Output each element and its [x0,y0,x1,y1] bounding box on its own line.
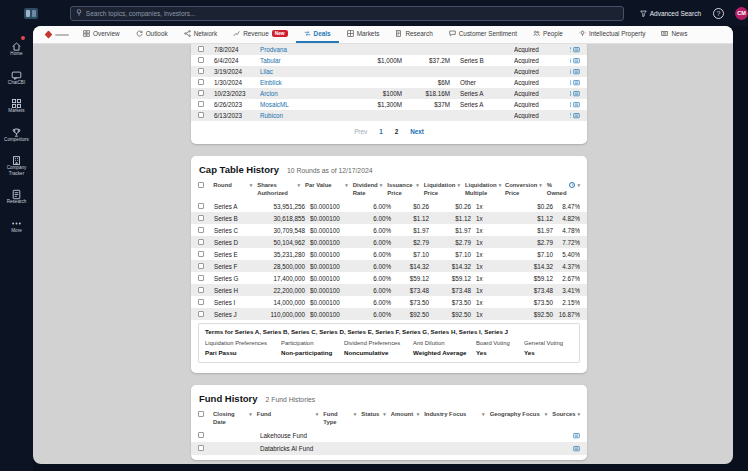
row-checkbox[interactable] [198,239,204,245]
tab-news[interactable]: News [653,26,695,43]
deal-sources-link[interactable]: 5 [570,57,580,64]
tab-revenue[interactable]: Revenue New [225,26,295,43]
deal-sources-link[interactable]: 6 [570,68,580,75]
deal-company-link[interactable]: Tabular [260,57,354,64]
avatar[interactable]: CM [735,7,748,20]
sort-icon[interactable]: ▾ [499,182,502,189]
row-checkbox[interactable] [198,79,204,85]
advanced-search-button[interactable]: Advanced Search [640,10,701,17]
row-checkbox[interactable] [198,68,204,74]
sidebar-item-markets[interactable]: Markets [0,90,33,119]
deal-sources-link[interactable]: 8 [570,90,580,97]
sort-icon[interactable]: ▾ [545,411,548,418]
sort-icon[interactable]: ▾ [249,411,252,418]
tab-label: Outlook [146,30,168,37]
tab-deals[interactable]: Deals [296,26,339,43]
sort-icon[interactable]: ▾ [577,411,580,418]
pagination-prev[interactable]: Prev [354,128,367,135]
sidebar-item-research[interactable]: Research [0,181,33,210]
deal-sources-link[interactable]: 3 [570,79,580,86]
tab-label: Intellectual Property [589,30,645,37]
sidebar-item-company-tracker[interactable]: Company Tracker [0,147,33,181]
markets-icon [347,30,354,37]
row-checkbox[interactable] [198,432,204,438]
sort-icon[interactable]: ▾ [482,411,485,418]
deal-company-link[interactable]: Prodvana [260,46,354,53]
row-checkbox[interactable] [198,57,204,63]
fund-sources-link[interactable]: 2 [571,432,580,439]
tab-research[interactable]: Research [387,26,440,43]
search-input[interactable] [86,10,618,17]
deal-company-link[interactable]: Einblick [260,79,354,86]
fund-history-title: Fund History [199,393,258,404]
deal-company-link[interactable]: Lilac [260,68,354,75]
sidebar-item-more[interactable]: More [0,210,33,239]
tab-overview[interactable]: Overview [75,26,128,43]
sort-icon[interactable]: ▾ [416,182,419,189]
row-checkbox[interactable] [198,90,204,96]
cap-table-history-card: Cap Table History 10 Rounds as of 12/17/… [191,156,587,373]
deal-round: Other [450,79,514,86]
deal-company-link[interactable]: MosaicML [260,101,354,108]
row-checkbox[interactable] [198,263,204,269]
cap-conversion-price: $73.50 [516,299,558,306]
row-checkbox[interactable] [198,215,204,221]
row-checkbox[interactable] [198,46,204,52]
sort-icon[interactable]: ▾ [345,182,348,189]
deal-sources-link[interactable]: 8 [570,101,580,108]
fund-sources-link[interactable]: 3 [571,445,580,452]
sort-icon[interactable]: ▾ [316,411,319,418]
deal-sources-link[interactable]: 2 [570,112,580,119]
cap-table-row: Series J110,000,000$0.0001006.00%$92.50$… [191,308,587,320]
sort-icon[interactable]: ▾ [297,182,300,189]
cap-liquidation-price: $1.12 [434,215,476,222]
sidebar-item-home[interactable]: Home [0,33,33,62]
deal-company-link[interactable]: Rubicon [260,112,354,119]
tab-markets[interactable]: Markets [339,26,388,43]
tab-people[interactable]: People [525,26,571,43]
sort-icon[interactable]: ▾ [417,411,420,418]
row-checkbox[interactable] [198,227,204,233]
cap-par-value: $0.000100 [310,203,360,210]
cap-liquidation-price: $7.10 [434,251,476,258]
row-checkbox[interactable] [198,299,204,305]
select-all-checkbox[interactable] [198,182,204,188]
info-icon[interactable]: i [569,182,575,188]
sort-icon[interactable]: ▾ [380,182,383,189]
col-par-value: Par Value [305,182,332,190]
tab-intellectual-property[interactable]: Intellectual Property [571,26,653,43]
overview-icon [83,30,90,37]
deal-amount: $37.2M [402,57,450,64]
row-checkbox[interactable] [198,101,204,107]
sidebar-item-competitors[interactable]: Competitors [0,119,33,148]
col-issuance-price: Issuance Price [387,182,414,197]
pagination-page-2-current[interactable]: 2 [395,128,399,135]
row-checkbox[interactable] [198,445,204,451]
global-search[interactable]: ⚲ [70,6,624,21]
deal-company-link[interactable]: Arcion [260,90,354,97]
row-checkbox[interactable] [198,275,204,281]
row-checkbox[interactable] [198,287,204,293]
sort-icon[interactable]: ▾ [539,182,542,189]
sort-icon[interactable]: ▾ [383,411,386,418]
row-checkbox[interactable] [198,311,204,317]
tab-customer-sentiment[interactable]: Customer Sentiment [441,26,525,43]
pagination-next[interactable]: Next [410,128,424,135]
sort-icon[interactable]: ▾ [457,182,460,189]
pagination-page-1[interactable]: 1 [379,128,383,135]
cap-round: Series G [214,275,260,282]
deal-sources-link[interactable]: 2 [570,46,580,53]
select-all-checkbox[interactable] [198,411,204,417]
sort-icon[interactable]: ▾ [577,182,580,189]
row-checkbox[interactable] [198,112,204,118]
sort-icon[interactable]: ▾ [250,182,253,189]
help-button[interactable]: ? [713,8,724,19]
row-checkbox[interactable] [198,251,204,257]
row-checkbox[interactable] [198,203,204,209]
tab-network[interactable]: Network [176,26,225,43]
sidebar-item-chatcbi[interactable]: ChatCBI [0,62,33,91]
sort-icon[interactable]: ▾ [354,411,357,418]
markets-icon [11,95,22,106]
app-launcher-icon[interactable] [24,8,38,19]
tab-outlook[interactable]: Outlook [128,26,176,43]
